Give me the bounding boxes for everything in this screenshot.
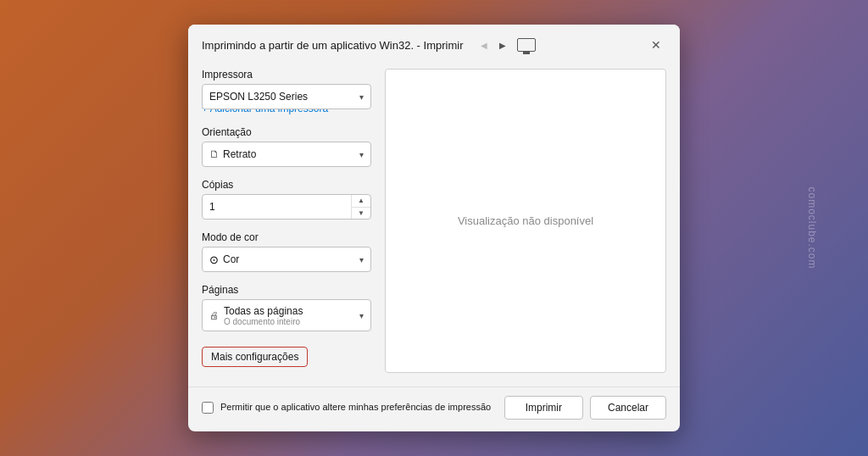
printer-dropdown-arrow: ▾: [359, 92, 364, 102]
printer-value: EPSON L3250 Series: [209, 91, 359, 103]
footer-buttons: Imprimir Cancelar: [504, 396, 666, 420]
orientation-value: Retrato: [223, 148, 359, 160]
copies-up-arrow[interactable]: ▲: [352, 195, 370, 208]
color-icon: ⊙: [209, 253, 219, 266]
color-mode-value: Cor: [223, 253, 359, 265]
nav-forward-arrow[interactable]: ▶: [495, 37, 510, 53]
dialog-body: Impressora EPSON L3250 Series ▾ + Adicio…: [188, 62, 680, 386]
pages-select[interactable]: 🖨 Todas as páginas O documento inteiro ▾: [202, 299, 371, 331]
preview-panel: Visualização não disponível: [385, 69, 666, 373]
watermark: comoclube.com: [805, 186, 817, 269]
nav-back-arrow[interactable]: ◀: [476, 37, 492, 53]
color-mode-label: Modo de cor: [202, 231, 371, 243]
pages-dropdown-arrow: ▾: [359, 311, 364, 320]
preview-unavailable-text: Visualização não disponível: [458, 214, 593, 227]
close-button[interactable]: ✕: [646, 35, 666, 55]
checkbox-area: Permitir que o aplicativo altere minhas …: [202, 401, 494, 414]
pages-subtext: O documento inteiro: [224, 317, 354, 326]
print-button[interactable]: Imprimir: [504, 396, 583, 420]
color-mode-field: Modo de cor ⊙ Cor ▾: [202, 231, 371, 272]
print-dialog: Imprimindo a partir de um aplicativo Win…: [188, 25, 680, 431]
copies-arrows: ▲ ▼: [351, 195, 370, 219]
orientation-icon: 🗋: [209, 148, 220, 160]
more-settings-container: Mais configurações: [202, 343, 371, 367]
title-nav: ◀ ▶: [476, 37, 536, 53]
orientation-select[interactable]: 🗋 Retrato ▾: [202, 142, 371, 167]
cancel-button[interactable]: Cancelar: [590, 396, 666, 420]
checkbox-label: Permitir que o aplicativo altere minhas …: [220, 401, 491, 414]
printer-select[interactable]: EPSON L3250 Series ▾: [202, 84, 371, 109]
pages-value: Todas as páginas: [224, 305, 354, 317]
printer-field: Impressora EPSON L3250 Series ▾ + Adicio…: [202, 69, 371, 114]
pages-content: Todas as páginas O documento inteiro: [224, 305, 354, 326]
orientation-label: Orientação: [202, 126, 371, 138]
title-bar: Imprimindo a partir de um aplicativo Win…: [188, 25, 680, 62]
more-settings-button[interactable]: Mais configurações: [202, 347, 308, 367]
orientation-field: Orientação 🗋 Retrato ▾: [202, 126, 371, 167]
dialog-footer: Permitir que o aplicativo altere minhas …: [188, 386, 680, 431]
copies-value: 1: [203, 201, 351, 213]
printer-label: Impressora: [202, 69, 371, 81]
dialog-title: Imprimindo a partir de um aplicativo Win…: [202, 39, 463, 52]
orientation-dropdown-arrow: ▾: [359, 150, 364, 159]
copies-field: Cópias 1 ▲ ▼: [202, 179, 371, 220]
pages-icon: 🖨: [209, 310, 219, 320]
screen-icon: [517, 38, 536, 52]
pages-label: Páginas: [202, 284, 371, 296]
copies-down-arrow[interactable]: ▼: [352, 208, 370, 220]
color-mode-select[interactable]: ⊙ Cor ▾: [202, 247, 371, 272]
title-bar-left: Imprimindo a partir de um aplicativo Win…: [202, 37, 646, 53]
left-panel: Impressora EPSON L3250 Series ▾ + Adicio…: [202, 69, 371, 373]
pages-field: Páginas 🖨 Todas as páginas O documento i…: [202, 284, 371, 331]
copies-label: Cópias: [202, 179, 371, 191]
allow-app-checkbox[interactable]: [202, 402, 214, 414]
color-mode-dropdown-arrow: ▾: [359, 255, 364, 264]
copies-input: 1 ▲ ▼: [202, 194, 371, 220]
